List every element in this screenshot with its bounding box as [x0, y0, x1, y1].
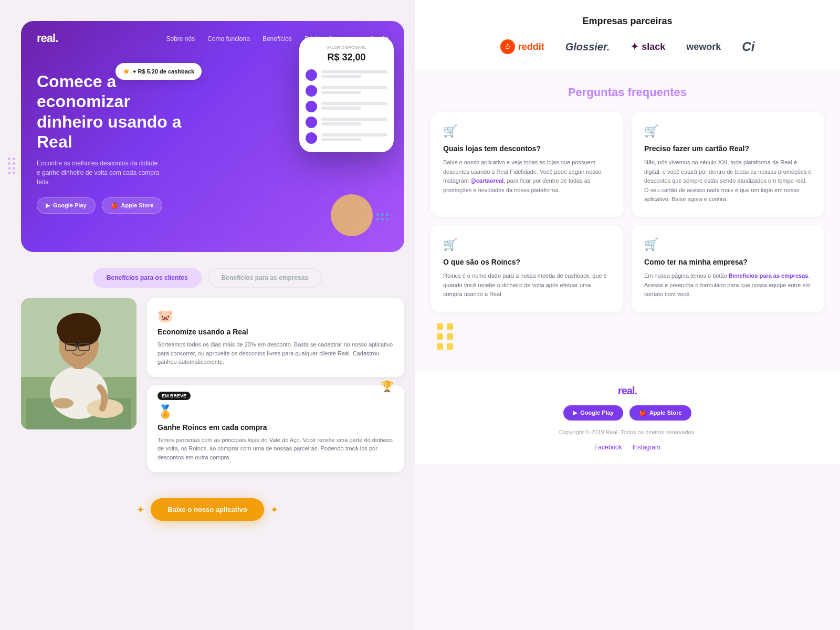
spark-right-icon: ✦ [270, 504, 278, 516]
nav-item-como[interactable]: Como funciona [207, 34, 250, 43]
ci-label: Ci [742, 39, 754, 54]
nav-item-beneficios[interactable]: Benefícios [262, 34, 292, 43]
partner-reddit: reddit [500, 39, 544, 54]
apple-icon: 🍎 [111, 202, 118, 209]
footer-apple-icon: 🍎 [639, 410, 646, 416]
hero-logo: real. [37, 32, 58, 45]
footer-copyright: Copyright © 2019 Real. Todos os direitos… [559, 429, 696, 435]
left-panel: real. Sobre nós Como funciona Benefícios… [0, 0, 415, 630]
apple-store-button[interactable]: 🍎 Apple Store [102, 197, 163, 214]
footer-buttons: ▶ Google Play 🍎 Apple Store [563, 405, 691, 421]
faq-icon-3: 🛒 [443, 238, 611, 251]
hero-buttons: ▶ Google Play 🍎 Apple Store [37, 197, 388, 214]
reddit-icon [500, 39, 515, 54]
footer-google-play-label: Google Play [580, 410, 614, 416]
footer-links: Facebook Instagram [594, 444, 660, 451]
faq-card-text-3: Roincs é o nome dado para a nossa moeda … [443, 271, 611, 299]
benefit-text-1: Sorteamos todos os dias mais de 20% em d… [158, 340, 394, 366]
reddit-label: reddit [518, 41, 544, 52]
faq-card-text-1: Baixe o nosso aplicativo e veja todas as… [443, 158, 611, 195]
yellow-square [437, 333, 443, 340]
yellow-square [437, 343, 443, 350]
svg-point-15 [509, 46, 510, 47]
benefit-title-1: Economize usando a Real [158, 328, 394, 336]
yellow-square [447, 343, 453, 350]
hero-subtitle: Encontre os melhores descontos da cidade… [37, 159, 163, 187]
tab-companies[interactable]: Benefícios para as empresas [208, 268, 322, 288]
left-dots-decoration [8, 158, 15, 174]
faq-icon-4: 🛒 [644, 238, 812, 251]
faq-card-title-3: O que são os Roincs? [443, 258, 611, 266]
hero-title: Comece a economizar dinheiro usando a Re… [37, 71, 184, 152]
svg-point-7 [59, 326, 99, 346]
svg-point-12 [52, 398, 74, 408]
cta-button[interactable]: Baixe o nosso aplicativo [151, 498, 264, 521]
google-play-label: Google Play [53, 202, 87, 208]
footer-section: real. ▶ Google Play 🍎 Apple Store Copyri… [415, 372, 840, 464]
svg-point-14 [506, 46, 507, 47]
svg-point-13 [503, 42, 512, 51]
footer-logo: real. [618, 385, 637, 397]
benefits-cards: 🐷 Economize usando a Real Sorteamos todo… [147, 298, 404, 472]
faq-grid: 🛒 Quais lojas tem descontos? Baixe o nos… [430, 112, 824, 312]
em-breve-badge: EM BREVE [158, 392, 191, 400]
faq-card-title-4: Como ter na minha empresa? [644, 258, 812, 266]
faq-card-1: 🛒 Quais lojas tem descontos? Baixe o nos… [430, 112, 623, 217]
faq-card-3: 🛒 O que são os Roincs? Roincs é o nome d… [430, 225, 623, 312]
slack-label: slack [642, 41, 665, 52]
benefits-image [21, 298, 136, 429]
svg-point-16 [507, 44, 508, 46]
benefit-text-2: Temos parcerias com as principais lojas … [158, 436, 394, 462]
footer-facebook-link[interactable]: Facebook [594, 444, 622, 451]
piggy-icon: 🐷 [158, 309, 394, 323]
partners-section: Empresas parceiras reddit Glossier. [415, 0, 840, 70]
wework-label: wework [686, 41, 721, 52]
glossier-label: Glossier. [565, 41, 610, 53]
benefit-title-2: Ganhe Roincs em cada compra [158, 423, 394, 432]
yellow-square [447, 333, 453, 340]
right-panel: Empresas parceiras reddit Glossier. [415, 0, 840, 630]
benefits-tabs: Benefícios para os clientes Benefícios p… [0, 268, 415, 288]
benefit-card-1: 🐷 Economize usando a Real Sorteamos todo… [147, 298, 404, 377]
footer-apple-store-label: Apple Store [649, 410, 682, 416]
benefits-section: 🐷 Economize usando a Real Sorteamos todo… [0, 298, 415, 472]
play-icon: ▶ [46, 202, 50, 209]
faq-section: Perguntas frequentes 🛒 Quais lojas tem d… [415, 70, 840, 372]
footer-play-icon: ▶ [573, 410, 577, 416]
medal-icon: 🏅 [158, 404, 394, 419]
faq-card-title-1: Quais lojas tem descontos? [443, 144, 611, 153]
apple-store-label: Apple Store [121, 202, 154, 208]
hero-content: Comece a economizar dinheiro usando a Re… [21, 56, 404, 214]
person-photo [21, 298, 136, 429]
faq-card-title-2: Preciso fazer um cartão Real? [644, 144, 812, 153]
hero-section: real. Sobre nós Como funciona Benefícios… [21, 21, 404, 252]
teal-dots-decoration [376, 213, 388, 220]
faq-title: Perguntas frequentes [430, 86, 824, 99]
faq-card-text-4: Em nossa página temos o botão Benefícios… [644, 271, 812, 299]
cta-section: ✦ Baixe o nosso aplicativo ✦ [0, 488, 415, 542]
faq-card-2: 🛒 Preciso fazer um cartão Real? Não, nós… [632, 112, 824, 217]
faq-card-4: 🛒 Como ter na minha empresa? Em nossa pá… [632, 225, 824, 312]
partner-glossier: Glossier. [565, 41, 610, 53]
slack-icon: ✦ [631, 41, 638, 52]
footer-apple-store-button[interactable]: 🍎 Apple Store [629, 405, 691, 421]
partners-title: Empresas parceiras [436, 16, 819, 27]
partner-slack: ✦ slack [631, 41, 665, 52]
yellow-square [437, 323, 443, 330]
faq-icon-1: 🛒 [443, 124, 611, 138]
faq-card-text-2: Não, nós vivemos no século XXI, toda pla… [644, 158, 812, 204]
nav-item-sobre[interactable]: Sobre nós [166, 34, 195, 43]
trophy-decoration: 🏆 [381, 380, 394, 393]
google-play-button[interactable]: ▶ Google Play [37, 197, 96, 214]
yellow-square [447, 323, 453, 330]
instagram-link[interactable]: @cartaoreal [470, 177, 503, 184]
footer-google-play-button[interactable]: ▶ Google Play [563, 405, 623, 421]
tab-clients[interactable]: Benefícios para os clientes [93, 268, 202, 288]
phone-label: VALOR DISPONÍVEL [306, 45, 387, 50]
spark-left-icon: ✦ [136, 504, 144, 516]
partners-logos: reddit Glossier. ✦ slack wework Ci [436, 39, 819, 54]
partner-wework: wework [686, 41, 721, 52]
beneficios-link[interactable]: Benefícios para as empresas [729, 272, 808, 279]
partner-ci: Ci [742, 39, 754, 54]
footer-instagram-link[interactable]: Instagram [633, 444, 660, 451]
